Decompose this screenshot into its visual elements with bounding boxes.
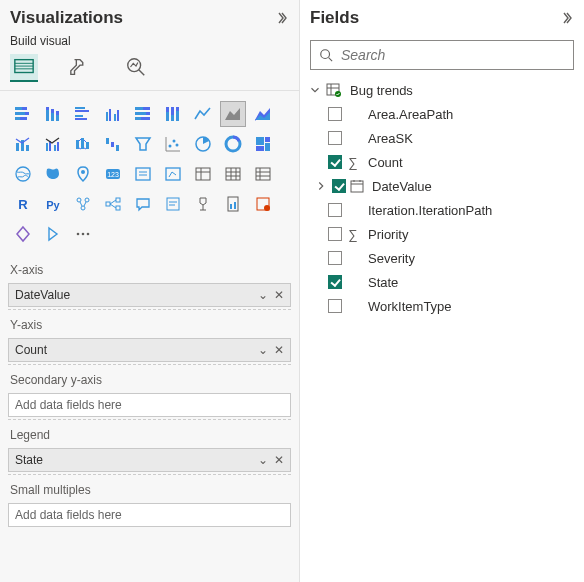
viz-decomposition-tree-icon[interactable]	[100, 191, 126, 217]
viz-filled-map-icon[interactable]	[40, 161, 66, 187]
svg-point-60	[81, 170, 85, 174]
viz-kpi-icon[interactable]	[190, 161, 216, 187]
viz-treemap-icon[interactable]	[250, 131, 276, 157]
checkbox[interactable]	[328, 203, 342, 217]
viz-r-script-icon[interactable]: R	[10, 191, 36, 217]
viz-multi-row-card-icon[interactable]	[160, 161, 186, 187]
checkbox[interactable]	[328, 131, 342, 145]
field-area-areapath[interactable]: Area.AreaPath	[306, 102, 578, 126]
viz-paginated-report-icon[interactable]	[220, 191, 246, 217]
viz-stacked-column-icon[interactable]	[40, 101, 66, 127]
viz-line-clustered-column-icon[interactable]	[40, 131, 66, 157]
remove-field-icon[interactable]: ✕	[274, 343, 284, 357]
collapse-pane-icon[interactable]	[273, 10, 289, 26]
field-datevalue[interactable]: DateValue	[306, 174, 578, 198]
viz-python-icon[interactable]: Py	[40, 191, 66, 217]
checkbox-checked[interactable]	[332, 179, 346, 193]
table-name: Bug trends	[346, 83, 413, 98]
y-axis-label: Y-axis	[8, 309, 291, 336]
legend-field[interactable]: State ⌄✕	[8, 448, 291, 472]
x-axis-field[interactable]: DateValue ⌄✕	[8, 283, 291, 307]
svg-text:123: 123	[107, 171, 119, 178]
field-workitemtype[interactable]: WorkItemType	[306, 294, 578, 318]
viz-donut-icon[interactable]	[220, 131, 246, 157]
checkbox[interactable]	[328, 251, 342, 265]
viz-get-more-icon[interactable]	[40, 221, 66, 247]
svg-rect-70	[226, 168, 240, 180]
svg-rect-28	[135, 112, 146, 115]
svg-rect-18	[75, 107, 85, 109]
viz-100-stacked-bar-icon[interactable]	[130, 101, 156, 127]
viz-pie-icon[interactable]	[190, 131, 216, 157]
viz-tabs	[0, 52, 299, 90]
caret-down-icon	[308, 83, 322, 97]
field-label: Count	[364, 155, 403, 170]
table-bug-trends[interactable]: Bug trends	[306, 78, 578, 102]
tab-build-visual[interactable]	[10, 54, 38, 82]
viz-card-icon[interactable]	[130, 161, 156, 187]
fields-title: Fields	[310, 8, 359, 28]
chevron-down-icon[interactable]: ⌄	[258, 343, 268, 357]
tab-analytics[interactable]	[122, 54, 150, 82]
viz-clustered-bar-icon[interactable]	[70, 101, 96, 127]
secondary-y-axis-dropzone[interactable]: Add data fields here	[8, 393, 291, 417]
field-severity[interactable]: Severity	[306, 246, 578, 270]
svg-rect-6	[15, 107, 22, 110]
field-label: Severity	[364, 251, 415, 266]
field-priority[interactable]: ∑ Priority	[306, 222, 578, 246]
viz-shape-map-icon[interactable]	[70, 161, 96, 187]
tab-format-visual[interactable]	[66, 54, 94, 82]
checkbox[interactable]	[328, 227, 342, 241]
remove-field-icon[interactable]: ✕	[274, 453, 284, 467]
chevron-down-icon[interactable]: ⌄	[258, 453, 268, 467]
viz-matrix-icon[interactable]	[250, 161, 276, 187]
remove-field-icon[interactable]: ✕	[274, 288, 284, 302]
viz-ribbon-icon[interactable]	[70, 131, 96, 157]
svg-line-84	[80, 202, 82, 206]
svg-text:R: R	[18, 197, 28, 212]
viz-power-apps-icon[interactable]	[250, 191, 276, 217]
viz-area-chart-icon[interactable]	[220, 101, 246, 127]
viz-line-chart-icon[interactable]	[190, 101, 216, 127]
viz-table-icon[interactable]	[220, 161, 246, 187]
viz-funnel-icon[interactable]	[130, 131, 156, 157]
svg-point-100	[264, 205, 270, 211]
collapse-pane-icon[interactable]	[558, 10, 574, 26]
viz-key-influencers-icon[interactable]	[70, 191, 96, 217]
search-input-wrapper[interactable]	[310, 40, 574, 70]
small-multiples-dropzone[interactable]: Add data fields here	[8, 503, 291, 527]
checkbox-checked[interactable]	[328, 275, 342, 289]
field-state[interactable]: State	[306, 270, 578, 294]
chevron-down-icon[interactable]: ⌄	[258, 288, 268, 302]
viz-line-stacked-column-icon[interactable]	[10, 131, 36, 157]
viz-power-automate-icon[interactable]	[10, 221, 36, 247]
checkbox[interactable]	[328, 107, 342, 121]
y-axis-field[interactable]: Count ⌄✕	[8, 338, 291, 362]
field-label: Iteration.IterationPath	[364, 203, 492, 218]
viz-map-icon[interactable]	[10, 161, 36, 187]
field-areask[interactable]: AreaSK	[306, 126, 578, 150]
checkbox-checked[interactable]	[328, 155, 342, 169]
field-iteration-iterationpath[interactable]: Iteration.IterationPath	[306, 198, 578, 222]
caret-right-icon[interactable]	[314, 179, 328, 193]
svg-rect-9	[25, 112, 29, 115]
viz-clustered-column-icon[interactable]	[100, 101, 126, 127]
svg-line-90	[110, 204, 116, 208]
viz-gauge-icon[interactable]: 123	[100, 161, 126, 187]
svg-rect-20	[75, 115, 83, 117]
field-label: DateValue	[368, 179, 432, 194]
viz-stacked-bar-icon[interactable]	[10, 101, 36, 127]
viz-100-stacked-column-icon[interactable]	[160, 101, 186, 127]
viz-more-options-icon[interactable]	[70, 221, 96, 247]
viz-stacked-area-icon[interactable]	[250, 101, 276, 127]
viz-smart-narrative-icon[interactable]	[160, 191, 186, 217]
viz-qa-icon[interactable]	[130, 191, 156, 217]
checkbox[interactable]	[328, 299, 342, 313]
build-visual-label: Build visual	[0, 34, 299, 52]
viz-waterfall-icon[interactable]	[100, 131, 126, 157]
table-icon	[326, 82, 342, 98]
viz-goals-icon[interactable]	[190, 191, 216, 217]
field-count[interactable]: ∑ Count	[306, 150, 578, 174]
viz-scatter-icon[interactable]	[160, 131, 186, 157]
search-input[interactable]	[339, 46, 565, 64]
